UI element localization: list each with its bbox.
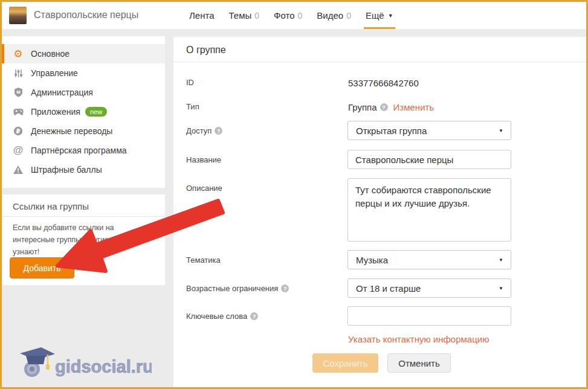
divider bbox=[2, 216, 165, 217]
group-description-textarea[interactable]: Тут собираются ставропольские перцы и их… bbox=[347, 178, 511, 242]
theme-select[interactable]: Музыка ▼ bbox=[347, 250, 511, 269]
tab-videos[interactable]: Видео 0 bbox=[317, 2, 351, 29]
divider bbox=[173, 62, 586, 62]
new-badge: new bbox=[85, 107, 107, 117]
group-id-value: 53377666842760 bbox=[348, 78, 419, 88]
sliders-icon bbox=[12, 67, 24, 79]
group-settings-page: Ставропольские перцы Лента Темы 0 Фото 0… bbox=[0, 0, 588, 389]
type-label: Тип bbox=[186, 102, 199, 111]
access-label-row: Доступ ? bbox=[186, 126, 222, 135]
panel-title: О группе bbox=[186, 45, 226, 56]
age-label-row: Возрастные ограничения ? bbox=[186, 284, 289, 293]
access-label: Доступ bbox=[186, 126, 212, 135]
access-select[interactable]: Открытая группа ▼ bbox=[347, 121, 511, 140]
sidebar-item-partner-program[interactable]: @ Партнёрская программа bbox=[2, 141, 165, 160]
chevron-down-icon: ▼ bbox=[499, 286, 503, 291]
id-label: ID bbox=[186, 78, 194, 87]
chevron-down-icon: ▼ bbox=[499, 128, 503, 133]
change-type-link[interactable]: Изменить bbox=[393, 102, 435, 112]
watermark-text: gidsocial.ru bbox=[55, 357, 152, 376]
photos-count: 0 bbox=[298, 11, 303, 21]
sidebar-item-penalty-points[interactable]: Штрафные баллы bbox=[2, 160, 165, 179]
age-label: Возрастные ограничения bbox=[186, 284, 278, 293]
save-button[interactable]: Сохранить bbox=[312, 353, 378, 373]
sidebar-item-main[interactable]: ⚙ Основное bbox=[2, 44, 165, 63]
sidebar-item-administration[interactable]: M Администрация bbox=[2, 83, 165, 102]
type-value-row: Группа ? Изменить bbox=[348, 102, 434, 112]
type-value: Группа bbox=[348, 102, 377, 112]
group-links-description: Если вы добавите ссылки на интересные гр… bbox=[13, 222, 154, 258]
description-label: Описание bbox=[186, 184, 222, 193]
about-group-panel: О группе ID 53377666842760 Тип Группа ? … bbox=[173, 37, 586, 387]
theme-label: Тематика bbox=[186, 256, 221, 265]
tab-more[interactable]: Ещё ▼ bbox=[366, 2, 393, 29]
header-nav: Лента Темы 0 Фото 0 Видео 0 Ещё ▼ bbox=[189, 2, 393, 29]
svg-text:₽: ₽ bbox=[16, 128, 21, 135]
topics-count: 0 bbox=[254, 11, 259, 21]
cancel-button[interactable]: Отменить bbox=[387, 353, 451, 373]
tab-topics[interactable]: Темы 0 bbox=[229, 2, 260, 29]
keywords-label-row: Ключевые слова ? bbox=[186, 312, 258, 321]
graduation-cap-icon bbox=[20, 347, 55, 377]
ruble-icon: ₽ bbox=[12, 125, 24, 137]
sidebar-item-management[interactable]: Управление bbox=[2, 63, 165, 83]
name-label: Название bbox=[186, 155, 221, 164]
help-icon[interactable]: ? bbox=[380, 103, 388, 111]
help-icon[interactable]: ? bbox=[215, 127, 222, 135]
chevron-down-icon: ▼ bbox=[499, 257, 503, 263]
videos-count: 0 bbox=[346, 11, 351, 21]
help-icon[interactable]: ? bbox=[250, 312, 258, 320]
chevron-down-icon: ▼ bbox=[388, 13, 393, 19]
sidebar-item-apps[interactable]: Приложения new bbox=[2, 102, 165, 121]
gidsocial-watermark: gidsocial.ru bbox=[13, 341, 152, 382]
contact-info-link[interactable]: Указать контактную информацию bbox=[348, 334, 489, 344]
settings-sidebar: ⚙ Основное Управление M Администрация Пр… bbox=[2, 36, 165, 188]
warning-icon bbox=[12, 164, 24, 176]
gamepad-icon bbox=[12, 106, 24, 118]
top-header: Ставропольские перцы Лента Темы 0 Фото 0… bbox=[2, 2, 586, 29]
add-group-link-button[interactable]: Добавить bbox=[10, 257, 74, 278]
help-icon[interactable]: ? bbox=[281, 285, 289, 292]
keywords-label: Ключевые слова bbox=[186, 312, 247, 321]
shield-icon: M bbox=[12, 86, 24, 98]
group-links-title: Ссылки на группы bbox=[13, 201, 89, 211]
group-name-input[interactable] bbox=[347, 150, 511, 169]
age-select[interactable]: От 18 и старше ▼ bbox=[347, 278, 511, 298]
tab-photos[interactable]: Фото 0 bbox=[274, 2, 302, 29]
group-avatar[interactable] bbox=[9, 7, 27, 24]
at-icon: @ bbox=[12, 144, 24, 156]
group-links-panel: Ссылки на группы Если вы добавите ссылки… bbox=[2, 194, 165, 285]
keywords-input[interactable] bbox=[347, 306, 511, 326]
group-name[interactable]: Ставропольские перцы bbox=[34, 10, 138, 21]
tab-feed[interactable]: Лента bbox=[189, 2, 215, 29]
gear-icon: ⚙ bbox=[12, 48, 24, 60]
sidebar-item-money-transfers[interactable]: ₽ Денежные переводы bbox=[2, 121, 165, 141]
svg-text:M: M bbox=[16, 89, 21, 95]
